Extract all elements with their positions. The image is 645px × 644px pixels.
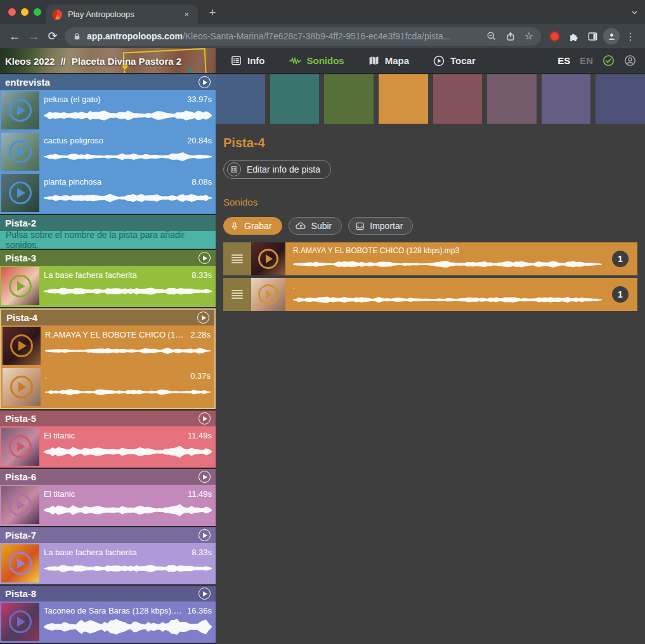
main-panel: Pista-4 Editar info de pista Sonidos Gra… [216, 74, 645, 644]
clip-play-icon[interactable] [9, 610, 32, 633]
sound-drag-handle[interactable] [223, 242, 251, 275]
track-swatch-3[interactable] [324, 74, 374, 124]
side-panel-icon[interactable] [583, 27, 602, 46]
track-play-icon[interactable] [199, 412, 211, 424]
record-button[interactable]: Grabar [223, 217, 282, 235]
clip-waveform [44, 147, 212, 166]
track-header[interactable]: Pista-6 [0, 469, 216, 485]
clip-play-icon[interactable] [9, 99, 32, 122]
clip-play-icon[interactable] [9, 552, 32, 575]
sound-row[interactable]: . 1 [223, 278, 637, 311]
track-header[interactable]: Pista-4 [1, 310, 214, 325]
track-header[interactable]: Pista-7 [0, 527, 216, 543]
audio-clip[interactable]: planta pinchosa 8.08s [0, 173, 216, 214]
track-play-icon[interactable] [199, 252, 211, 264]
sound-play-icon[interactable] [258, 284, 278, 305]
extensions-puzzle-icon[interactable] [564, 27, 583, 46]
tab-mapa[interactable]: Mapa [368, 55, 409, 66]
clip-play-icon[interactable] [10, 334, 33, 357]
import-button[interactable]: Importar [348, 217, 413, 235]
track-swatch-1[interactable] [216, 74, 265, 124]
track-play-icon[interactable] [197, 312, 209, 324]
sound-play-icon[interactable] [258, 249, 278, 269]
audio-clip[interactable]: La base fachera facherita 8.33s [0, 543, 216, 584]
share-icon[interactable] [505, 31, 516, 41]
track-header[interactable]: entrevista [0, 74, 216, 90]
clip-name: pelusa (el gato) [44, 95, 101, 104]
back-button[interactable]: ← [5, 27, 24, 46]
clip-play-icon[interactable] [9, 140, 32, 163]
cloud-upload-icon [296, 221, 306, 230]
clip-thumbnail [1, 603, 39, 641]
clip-thumbnail [1, 267, 39, 305]
audio-clip[interactable]: La base fachera facherita 8.33s [0, 266, 216, 307]
tab-sonidos[interactable]: Sonidos [289, 55, 344, 66]
clip-play-icon[interactable] [10, 376, 33, 398]
clip-play-icon[interactable] [9, 494, 32, 516]
url-bar[interactable]: app.antropoloops.com/Kleos-Santa-Marina/… [65, 27, 541, 46]
browser-menu-icon[interactable]: ⋮ [621, 27, 640, 46]
reload-button[interactable]: ⟳ [43, 27, 62, 46]
bookmark-star-icon[interactable]: ☆ [524, 31, 533, 41]
track-play-icon[interactable] [199, 588, 211, 600]
clip-waveform [44, 617, 212, 636]
audio-clip[interactable]: pelusa (el gato) 33.97s [0, 90, 216, 131]
edit-track-info-button[interactable]: Editar info de pista [223, 160, 331, 179]
close-window-button[interactable] [8, 8, 16, 16]
track-header[interactable]: Pista-2 [0, 215, 216, 231]
zoom-window-button[interactable] [34, 8, 41, 16]
lang-en-toggle[interactable]: EN [580, 55, 593, 66]
breadcrumb[interactable]: Kleos 2022 // Placeta Divina Pastora 2 [0, 48, 216, 73]
track-swatch-2[interactable] [270, 74, 320, 124]
browser-tab[interactable]: Play Antropoloops × [46, 4, 198, 24]
audio-clip[interactable]: El titanic 11.49s [0, 485, 216, 526]
sidebar-track-pista-3: Pista-3 La base fachera facherita 8.33s [0, 250, 216, 307]
minimize-window-button[interactable] [21, 8, 29, 16]
breadcrumb-project[interactable]: Kleos 2022 [5, 55, 55, 66]
clip-play-icon[interactable] [9, 275, 32, 298]
track-swatch-6[interactable] [487, 74, 537, 124]
forward-button[interactable]: → [24, 27, 43, 46]
sound-row[interactable]: R.AMAYA Y EL BOBOTE CHICO (128 kbps).mp3… [223, 242, 637, 275]
profile-avatar[interactable] [602, 27, 621, 46]
record-extension-icon[interactable] [545, 27, 564, 46]
zoom-out-icon[interactable] [486, 31, 497, 41]
tab-close-icon[interactable]: × [181, 8, 192, 20]
track-body: La base fachera facherita 8.33s [0, 543, 216, 584]
sound-title: . [293, 282, 602, 291]
tab-info[interactable]: Info [231, 55, 265, 66]
check-circle-icon[interactable] [603, 55, 615, 67]
lang-es-toggle[interactable]: ES [557, 55, 570, 66]
track-swatch-4[interactable] [379, 74, 428, 124]
audio-clip[interactable]: . 0.37s [1, 367, 214, 408]
track-swatch-5[interactable] [433, 74, 483, 124]
clip-play-icon[interactable] [9, 181, 32, 204]
map-icon [368, 55, 379, 66]
track-play-icon[interactable] [199, 471, 211, 483]
track-swatch-7[interactable] [542, 74, 591, 124]
app-nav-right: ES EN [557, 55, 645, 67]
clip-play-icon[interactable] [9, 435, 32, 458]
track-play-icon[interactable] [199, 529, 211, 541]
clip-waveform [44, 501, 212, 520]
breadcrumb-page: Placeta Divina Pastora 2 [72, 55, 181, 66]
track-swatch-8[interactable] [596, 74, 645, 124]
audio-clip[interactable]: cactus peligroso 20.84s [0, 131, 216, 173]
track-header[interactable]: Pista-5 [0, 411, 216, 426]
tab-tocar[interactable]: Tocar [433, 55, 476, 67]
sound-thumbnail [251, 278, 285, 311]
track-play-icon[interactable] [199, 76, 211, 88]
tab-search-chevron-icon[interactable] [630, 8, 639, 16]
track-header[interactable]: Pista-3 [0, 250, 216, 266]
clip-duration: 11.49s [188, 431, 212, 440]
account-icon[interactable] [624, 55, 636, 67]
track-header[interactable]: Pista-8 [0, 586, 216, 601]
new-tab-button[interactable]: + [204, 4, 221, 21]
audio-clip[interactable]: Taconeo de Sara Baras (128 kbps).mp3 16.… [0, 601, 216, 643]
audio-clip[interactable]: R.AMAYA Y EL BOBOTE CHICO (128 kbps)....… [1, 325, 214, 367]
clip-duration: 2.28s [190, 330, 211, 339]
sound-drag-handle[interactable] [223, 278, 251, 311]
clip-duration: 11.49s [188, 489, 212, 499]
upload-button[interactable]: Subir [289, 217, 342, 235]
audio-clip[interactable]: El titanic 11.49s [0, 426, 216, 468]
